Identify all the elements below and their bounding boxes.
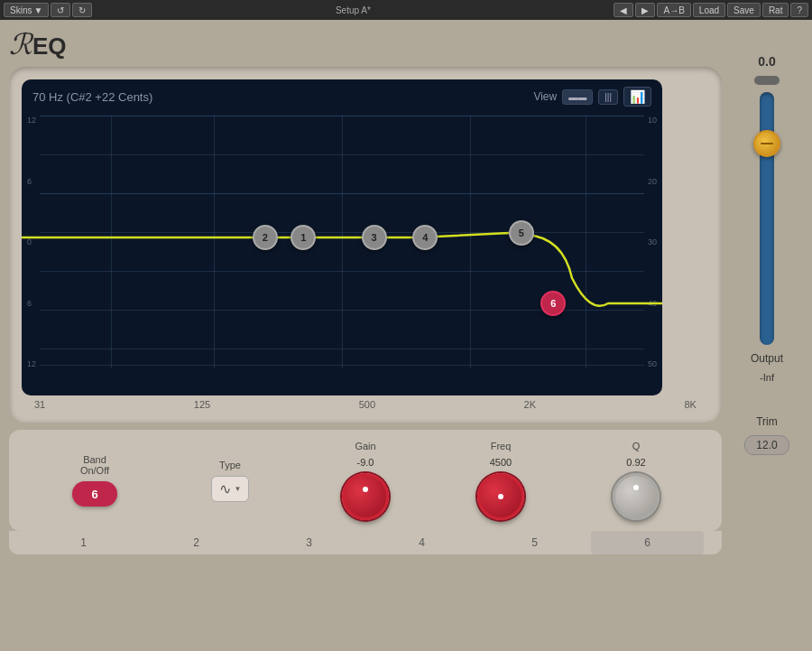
eq-display-wrapper: 70 Hz (C#2 +22 Cents) View ▬▬ ||| 📊 12 6… (9, 67, 722, 423)
help-button[interactable]: ? (790, 3, 808, 17)
output-inf: -Inf (760, 372, 774, 383)
freq-knob-dot (498, 494, 503, 499)
freq-2k: 2K (524, 399, 536, 410)
band-tab-1[interactable]: 1 (27, 531, 140, 554)
skins-arrow: ▼ (33, 5, 42, 15)
freq-value: 4500 (490, 457, 512, 468)
slider-thumb-line (761, 143, 773, 144)
band-node-6[interactable]: 6 (540, 291, 566, 316)
save-label: Save (734, 5, 754, 15)
type-selector[interactable]: ∿ ▼ (211, 476, 250, 502)
load-button[interactable]: Load (693, 3, 725, 17)
save-button[interactable]: Save (727, 3, 761, 17)
title-eq: EQ (32, 33, 67, 60)
band-onoff-label: BandOn/Off (80, 454, 109, 476)
freq-group: Freq 4500 (433, 441, 568, 520)
output-slider[interactable] (760, 92, 774, 345)
rat-button[interactable]: Rat (762, 3, 789, 17)
gain-group: Gain -9.0 (298, 441, 433, 520)
rat-label: Rat (769, 5, 783, 15)
bottom-controls: BandOn/Off 6 Type ∿ ▼ Gain -9.0 (9, 430, 722, 531)
band-node-3[interactable]: 3 (362, 225, 387, 250)
q-group: Q 0.92 (568, 441, 704, 520)
band-tabs-container: 1 2 3 4 5 6 (9, 531, 722, 554)
type-icon: ∿ (219, 480, 231, 498)
band-tab-2[interactable]: 2 (140, 531, 253, 554)
band-tab-4[interactable]: 4 (365, 531, 478, 554)
band-tab-6[interactable]: 6 (591, 531, 704, 554)
load-label: Load (699, 5, 719, 15)
redo-button[interactable]: ↻ (72, 3, 92, 17)
toolbar: Skins ▼ ↺ ↻ Setup A* ◀ ▶ A→B Load Save R… (0, 0, 812, 20)
freq-knob[interactable] (477, 473, 524, 520)
freq-label: Freq (491, 441, 512, 451)
gain-knob-dot (363, 487, 368, 492)
skins-button[interactable]: Skins ▼ (4, 3, 49, 17)
ab-button[interactable]: A→B (657, 3, 690, 17)
band-node-2[interactable]: 2 (253, 225, 278, 250)
freq-labels: 31 125 500 2K 8K (22, 395, 709, 410)
undo-button[interactable]: ↺ (51, 3, 70, 17)
eq-curve-svg (22, 79, 662, 395)
gain-label: Gain (355, 441, 375, 451)
band-node-5[interactable]: 5 (509, 220, 534, 246)
right-sidebar: 0.0 Output -Inf Trim 12.0 (731, 27, 803, 554)
gain-knob[interactable] (342, 473, 389, 520)
trim-value: 12.0 (756, 439, 777, 451)
eq-display[interactable]: 70 Hz (C#2 +22 Cents) View ▬▬ ||| 📊 12 6… (22, 79, 662, 395)
title-r: ℛ (9, 28, 32, 60)
output-slider-thumb[interactable] (753, 130, 780, 157)
output-value: 0.0 (758, 54, 775, 69)
help-label: ? (797, 5, 802, 15)
q-value: 0.92 (626, 457, 645, 468)
prev-button[interactable]: ◀ (614, 3, 633, 17)
skins-label: Skins (10, 5, 32, 15)
band-node-1[interactable]: 1 (291, 225, 316, 250)
redo-icon: ↻ (78, 5, 86, 15)
q-knob[interactable] (613, 473, 660, 520)
arrow-left-icon: ◀ (620, 5, 627, 15)
freq-125: 125 (194, 399, 210, 410)
freq-500: 500 (359, 399, 375, 410)
band-onoff-number: 6 (91, 488, 97, 501)
band-node-4[interactable]: 4 (412, 225, 438, 250)
type-group: Type ∿ ▼ (162, 460, 298, 502)
freq-31: 31 (34, 399, 45, 410)
plugin-title: ℛEQ (9, 27, 722, 61)
output-indicator (754, 76, 780, 85)
q-knob-dot (633, 485, 639, 490)
gain-value: -9.0 (357, 457, 374, 468)
trim-label: Trim (756, 415, 778, 428)
band-onoff-group: BandOn/Off 6 (27, 454, 162, 507)
setup-label: Setup A* (94, 5, 612, 15)
arrow-right-icon: ▶ (641, 5, 649, 15)
band-onoff-button[interactable]: 6 (72, 481, 117, 507)
next-button[interactable]: ▶ (635, 3, 655, 17)
band-tab-3[interactable]: 3 (253, 531, 365, 554)
q-label: Q (632, 441, 641, 451)
trim-button[interactable]: 12.0 (744, 435, 789, 455)
plugin-area: ℛEQ 70 Hz ( (9, 27, 722, 554)
band-tab-5[interactable]: 5 (478, 531, 591, 554)
type-label: Type (219, 460, 241, 470)
type-dropdown-arrow: ▼ (235, 485, 242, 493)
freq-8k: 8K (685, 399, 697, 410)
output-label: Output (751, 352, 783, 365)
ab-label: A→B (663, 5, 684, 15)
undo-icon: ↺ (57, 5, 64, 15)
